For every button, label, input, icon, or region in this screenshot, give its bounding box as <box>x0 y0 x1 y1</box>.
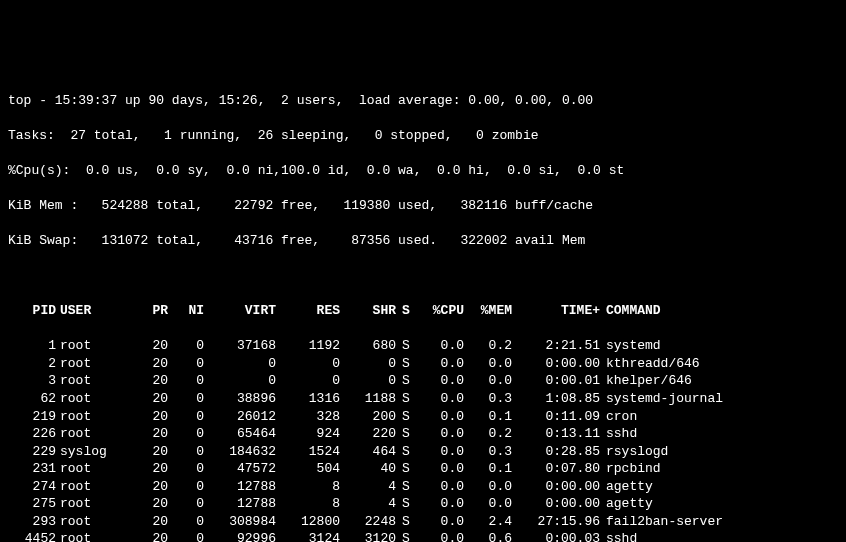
cell-shr: 0 <box>340 355 396 373</box>
process-row[interactable]: 229syslog2001846321524464S0.00.30:28.85r… <box>8 443 838 461</box>
col-time[interactable]: TIME+ <box>512 302 600 320</box>
cell-virt: 92996 <box>204 530 276 542</box>
col-mem[interactable]: %MEM <box>464 302 512 320</box>
cell-mem: 0.0 <box>464 372 512 390</box>
cell-mem: 0.2 <box>464 425 512 443</box>
col-cpu[interactable]: %CPU <box>416 302 464 320</box>
cell-cpu: 0.0 <box>416 425 464 443</box>
cell-cpu: 0.0 <box>416 530 464 542</box>
cell-cmd: kthreadd/646 <box>600 355 838 373</box>
process-row[interactable]: 62root2003889613161188S0.00.31:08.85syst… <box>8 390 838 408</box>
cell-mem: 0.0 <box>464 355 512 373</box>
cell-user: root <box>56 390 132 408</box>
cell-shr: 0 <box>340 372 396 390</box>
col-pr[interactable]: PR <box>132 302 168 320</box>
cell-pr: 20 <box>132 530 168 542</box>
cell-user: root <box>56 355 132 373</box>
cell-cmd: rsyslogd <box>600 443 838 461</box>
process-row[interactable]: 4452root2009299631243120S0.00.60:00.03ss… <box>8 530 838 542</box>
process-row[interactable]: 275root2001278884S0.00.00:00.00agetty <box>8 495 838 513</box>
cell-shr: 1188 <box>340 390 396 408</box>
process-row[interactable]: 3root200000S0.00.00:00.01khelper/646 <box>8 372 838 390</box>
cell-user: syslog <box>56 443 132 461</box>
process-row[interactable]: 1root200371681192680S0.00.22:21.51system… <box>8 337 838 355</box>
cell-virt: 12788 <box>204 495 276 513</box>
cell-virt: 0 <box>204 372 276 390</box>
cell-pr: 20 <box>132 478 168 496</box>
col-virt[interactable]: VIRT <box>204 302 276 320</box>
cell-cmd: sshd <box>600 530 838 542</box>
cell-mem: 0.3 <box>464 443 512 461</box>
col-ni[interactable]: NI <box>168 302 204 320</box>
cell-virt: 26012 <box>204 408 276 426</box>
cell-ni: 0 <box>168 390 204 408</box>
summary-tasks: Tasks: 27 total, 1 running, 26 sleeping,… <box>8 127 838 145</box>
cell-mem: 0.2 <box>464 337 512 355</box>
cell-cmd: systemd <box>600 337 838 355</box>
cell-pid: 62 <box>8 390 56 408</box>
cell-res: 0 <box>276 372 340 390</box>
cell-cmd: agetty <box>600 495 838 513</box>
process-list[interactable]: 1root200371681192680S0.00.22:21.51system… <box>8 337 838 542</box>
cell-res: 8 <box>276 478 340 496</box>
process-row[interactable]: 293root200308984128002248S0.02.427:15.96… <box>8 513 838 531</box>
cell-res: 1316 <box>276 390 340 408</box>
cell-virt: 37168 <box>204 337 276 355</box>
cell-ni: 0 <box>168 372 204 390</box>
cell-time: 2:21.51 <box>512 337 600 355</box>
cell-s: S <box>396 460 416 478</box>
col-command[interactable]: COMMAND <box>600 302 838 320</box>
cell-time: 0:07.80 <box>512 460 600 478</box>
cell-res: 0 <box>276 355 340 373</box>
cell-pid: 229 <box>8 443 56 461</box>
cell-shr: 464 <box>340 443 396 461</box>
cell-cmd: systemd-journal <box>600 390 838 408</box>
summary-uptime: top - 15:39:37 up 90 days, 15:26, 2 user… <box>8 92 838 110</box>
cell-ni: 0 <box>168 460 204 478</box>
process-row[interactable]: 226root20065464924220S0.00.20:13.11sshd <box>8 425 838 443</box>
cell-shr: 4 <box>340 495 396 513</box>
col-pid[interactable]: PID <box>8 302 56 320</box>
cell-shr: 4 <box>340 478 396 496</box>
col-s[interactable]: S <box>396 302 416 320</box>
cell-ni: 0 <box>168 443 204 461</box>
cell-res: 328 <box>276 408 340 426</box>
cell-cmd: rpcbind <box>600 460 838 478</box>
cell-pr: 20 <box>132 495 168 513</box>
cell-cpu: 0.0 <box>416 372 464 390</box>
cell-virt: 47572 <box>204 460 276 478</box>
cell-res: 924 <box>276 425 340 443</box>
process-row[interactable]: 274root2001278884S0.00.00:00.00agetty <box>8 478 838 496</box>
blank-line <box>8 267 838 285</box>
cell-s: S <box>396 355 416 373</box>
cell-user: root <box>56 337 132 355</box>
cell-shr: 2248 <box>340 513 396 531</box>
cell-virt: 184632 <box>204 443 276 461</box>
cell-cpu: 0.0 <box>416 460 464 478</box>
cell-pr: 20 <box>132 425 168 443</box>
cell-pid: 293 <box>8 513 56 531</box>
col-user[interactable]: USER <box>56 302 132 320</box>
cell-virt: 0 <box>204 355 276 373</box>
cell-s: S <box>396 337 416 355</box>
cell-shr: 220 <box>340 425 396 443</box>
cell-pr: 20 <box>132 372 168 390</box>
cell-cmd: agetty <box>600 478 838 496</box>
cell-cmd: khelper/646 <box>600 372 838 390</box>
cell-mem: 2.4 <box>464 513 512 531</box>
cell-ni: 0 <box>168 425 204 443</box>
process-row[interactable]: 231root2004757250440S0.00.10:07.80rpcbin… <box>8 460 838 478</box>
process-row[interactable]: 219root20026012328200S0.00.10:11.09cron <box>8 408 838 426</box>
cell-virt: 38896 <box>204 390 276 408</box>
cell-pr: 20 <box>132 355 168 373</box>
col-shr[interactable]: SHR <box>340 302 396 320</box>
cell-cpu: 0.0 <box>416 443 464 461</box>
cell-time: 27:15.96 <box>512 513 600 531</box>
cell-ni: 0 <box>168 337 204 355</box>
col-res[interactable]: RES <box>276 302 340 320</box>
column-header-row[interactable]: PID USER PR NI VIRT RES SHR S %CPU %MEM … <box>8 302 838 320</box>
top-terminal[interactable]: top - 15:39:37 up 90 days, 15:26, 2 user… <box>8 74 838 542</box>
process-row[interactable]: 2root200000S0.00.00:00.00kthreadd/646 <box>8 355 838 373</box>
cell-res: 1192 <box>276 337 340 355</box>
cell-s: S <box>396 425 416 443</box>
